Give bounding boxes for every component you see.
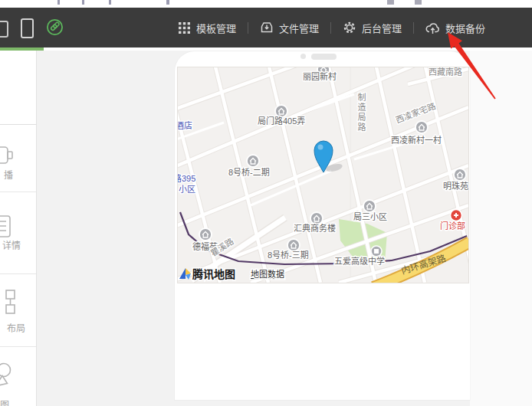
poi-house-icon [415, 121, 428, 133]
phone-view-icon[interactable] [21, 18, 34, 38]
toolbar-separator [248, 22, 248, 34]
map-label: 明珠苑 [443, 181, 468, 191]
map-road-label: 制造局路 [356, 93, 366, 133]
menu-item-label: 后台管理 [362, 21, 402, 35]
menu-item-label: 模板管理 [196, 21, 236, 35]
map-label: 8号桥-二期 [228, 168, 270, 177]
file-icon [260, 21, 274, 34]
menu-item-data-backup[interactable]: 数据备份 [425, 21, 485, 35]
map-provider-brand: 腾讯地图 [192, 268, 235, 280]
map-attribution: 腾讯地图 地图数据 [179, 268, 284, 280]
phone-camera-dot [300, 54, 306, 59]
sidebar-item-carousel[interactable]: 播 [0, 125, 36, 192]
toolbar-separator [330, 22, 331, 34]
map-label: 门诊部 [440, 221, 465, 231]
menu-item-file-manage[interactable]: 文件管理 [260, 21, 319, 35]
sidebar-item-detail[interactable]: 详情 [0, 192, 36, 274]
detail-doc-icon [0, 214, 16, 240]
cutoff-artifact [387, 0, 394, 5]
map-label: 五爱高级中学 [334, 256, 385, 266]
editor-content-area: 播 详情 布局 图 [0, 51, 532, 406]
map-label: 酒店 [178, 120, 192, 130]
poi-house-icon [199, 228, 212, 241]
tencent-map: 丽园新村 局门路405弄 酒店 8号桥-二期 路395 小区 汇典商务楼 德福苑… [178, 67, 468, 283]
right-gutter [470, 51, 532, 406]
sidebar-item-label: 详情 [2, 238, 21, 251]
cutoff-artifact [82, 0, 84, 5]
map-road-label: 西藏南路 [429, 67, 462, 77]
map-label: 小区 [179, 185, 195, 194]
cloud-upload-icon [425, 21, 440, 34]
poi-clinic-icon [451, 210, 462, 221]
map-label: 西凌新村一村 [391, 135, 442, 145]
map-label: 局三小区 [353, 212, 387, 221]
gear-icon [343, 21, 356, 34]
menu-item-template-manage[interactable]: 模板管理 [178, 21, 236, 35]
map-label: 丽园新村 [303, 71, 337, 81]
sidebar-item-blank [0, 51, 36, 125]
pin-highlight [318, 145, 323, 150]
cutoff-artifact [57, 0, 60, 5]
carousel-icon [0, 143, 15, 169]
map-label: 汇典商务楼 [294, 223, 336, 233]
phone-preview-canvas: 丽园新村 局门路405弄 酒店 8号桥-二期 路395 小区 汇典商务楼 德福苑… [175, 51, 470, 400]
poi-house-icon [287, 239, 300, 251]
map-pin-outline-icon [0, 362, 17, 389]
map-label: 局门路405弄 [258, 116, 305, 126]
map-label: 8号桥-三期 [268, 250, 309, 260]
poi-house-icon [363, 200, 376, 212]
map-widget[interactable]: 丽园新村 局门路405弄 酒店 8号桥-二期 路395 小区 汇典商务楼 德福苑… [177, 67, 469, 283]
poi-school-icon [371, 246, 382, 257]
top-toolbar: 模板管理 文件管理 后台管理 [0, 8, 532, 47]
menu-item-backend-manage[interactable]: 后台管理 [343, 21, 402, 35]
cutoff-artifact [166, 0, 169, 5]
component-sidebar: 播 详情 布局 图 [0, 51, 37, 406]
link-icon[interactable] [46, 18, 64, 36]
grid-icon [178, 21, 191, 34]
phone-speaker-pill [311, 54, 337, 60]
cutoff-artifact [109, 0, 111, 5]
layout-icon [0, 288, 23, 316]
menu-item-label: 文件管理 [279, 21, 319, 35]
poi-house-icon [454, 169, 466, 181]
sidebar-item-layout[interactable]: 布局 [0, 274, 36, 347]
monitor-icon[interactable] [0, 21, 8, 38]
toolbar-menu: 模板管理 文件管理 后台管理 [178, 8, 485, 47]
map-data-link[interactable]: 地图数据 [251, 269, 284, 279]
poi-house-icon [275, 105, 287, 117]
toolbar-separator [413, 22, 414, 34]
map-label: 路395 [178, 174, 195, 183]
toolbar-left-tools [0, 8, 176, 47]
sidebar-item-label: 布局 [7, 321, 25, 334]
sidebar-item-label: 图 [0, 398, 9, 406]
poi-building-icon [310, 212, 323, 224]
sidebar-item-label: 播 [4, 168, 13, 181]
poi-house-icon [247, 155, 259, 167]
cutoff-artifact [415, 0, 422, 5]
sidebar-item-map[interactable]: 图 [0, 347, 36, 406]
menu-item-label: 数据备份 [445, 21, 485, 35]
